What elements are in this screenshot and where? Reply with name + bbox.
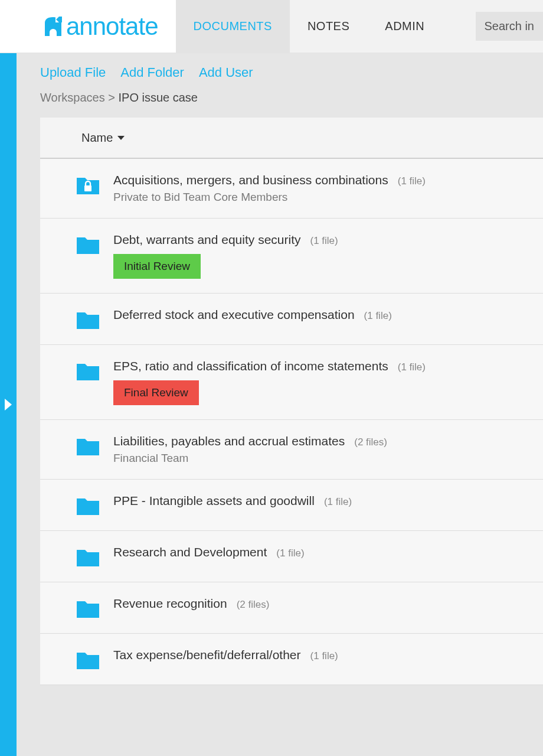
add-user-link[interactable]: Add User — [199, 65, 253, 80]
folder-row[interactable]: Research and Development(1 file) — [40, 531, 543, 582]
folder-title: Acquisitions, mergers, and business comb… — [113, 173, 388, 187]
folder-icon — [76, 495, 100, 516]
tab-admin[interactable]: ADMIN — [367, 0, 442, 53]
folder-row[interactable]: PPE - Intangible assets and goodwill(1 f… — [40, 480, 543, 531]
file-count: (1 file) — [324, 496, 352, 508]
tab-documents[interactable]: DOCUMENTS — [176, 0, 290, 53]
file-count: (2 files) — [237, 599, 270, 611]
folder-row[interactable]: Tax expense/benefit/deferral/other(1 fil… — [40, 634, 543, 685]
folder-icon — [76, 234, 100, 255]
folder-row[interactable]: Debt, warrants and equity security(1 fil… — [40, 219, 543, 294]
folder-title-line: Revenue recognition(2 files) — [113, 597, 269, 611]
tab-notes[interactable]: NOTES — [290, 0, 367, 53]
topbar: annotate DOCUMENTS NOTES ADMIN Search in — [0, 0, 543, 53]
folder-title-line: PPE - Intangible assets and goodwill(1 f… — [113, 494, 352, 508]
folder-title: Research and Development — [113, 545, 267, 559]
locked-folder-icon — [76, 174, 100, 195]
folder-row-body: Tax expense/benefit/deferral/other(1 fil… — [113, 648, 338, 662]
folder-row-body: Debt, warrants and equity security(1 fil… — [113, 233, 338, 279]
breadcrumb-sep: > — [108, 91, 115, 104]
folder-row-body: EPS, ratio and classification of income … — [113, 359, 426, 405]
folder-table: Name Acquisitions, mergers, and business… — [40, 118, 543, 685]
folder-title: EPS, ratio and classification of income … — [113, 359, 388, 373]
folder-title: Debt, warrants and equity security — [113, 233, 300, 247]
file-count: (1 file) — [398, 361, 426, 373]
folder-icon — [76, 546, 100, 568]
svg-rect-3 — [84, 185, 91, 191]
folder-title: Revenue recognition — [113, 597, 227, 611]
logo-icon — [41, 15, 65, 38]
main-content: Upload File Add Folder Add User Workspac… — [17, 53, 543, 756]
status-tag: Final Review — [113, 380, 199, 405]
status-tag: Initial Review — [113, 254, 201, 279]
folder-title-line: Acquisitions, mergers, and business comb… — [113, 173, 426, 187]
folder-title-line: Liabilities, payables and accrual estima… — [113, 434, 387, 448]
left-rail — [0, 53, 17, 756]
table-header: Name — [40, 118, 543, 159]
chevron-down-icon — [117, 136, 125, 140]
folder-row[interactable]: Acquisitions, mergers, and business comb… — [40, 159, 543, 219]
folder-title-line: Research and Development(1 file) — [113, 545, 305, 559]
expand-sidebar-icon[interactable] — [5, 399, 12, 410]
file-count: (1 file) — [398, 175, 426, 187]
breadcrumb-current: IPO issue case — [118, 91, 198, 104]
breadcrumb: Workspaces > IPO issue case — [40, 91, 543, 105]
folder-title: Deferred stock and executive compensatio… — [113, 308, 355, 322]
file-count: (1 file) — [364, 310, 392, 322]
folder-row[interactable]: Liabilities, payables and accrual estima… — [40, 420, 543, 480]
folder-title-line: Tax expense/benefit/deferral/other(1 fil… — [113, 648, 338, 662]
folder-title-line: Debt, warrants and equity security(1 fil… — [113, 233, 338, 247]
breadcrumb-root[interactable]: Workspaces — [40, 91, 105, 104]
folder-row-body: Revenue recognition(2 files) — [113, 597, 269, 611]
folder-row[interactable]: Revenue recognition(2 files) — [40, 582, 543, 634]
folder-title: PPE - Intangible assets and goodwill — [113, 494, 315, 508]
file-count: (1 file) — [310, 235, 338, 247]
folder-title-line: EPS, ratio and classification of income … — [113, 359, 426, 373]
folder-subtitle: Private to Bid Team Core Members — [113, 191, 426, 204]
brand-text: annotate — [66, 12, 158, 41]
folder-icon — [76, 360, 100, 382]
search-placeholder: Search in — [485, 19, 535, 33]
folder-title: Liabilities, payables and accrual estima… — [113, 434, 345, 448]
folder-title-line: Deferred stock and executive compensatio… — [113, 308, 392, 322]
folder-row[interactable]: Deferred stock and executive compensatio… — [40, 294, 543, 345]
column-name-sort[interactable]: Name — [81, 131, 125, 145]
folder-icon — [76, 435, 100, 457]
folder-subtitle: Financial Team — [113, 452, 387, 465]
nav: DOCUMENTS NOTES ADMIN — [176, 0, 464, 53]
folder-icon — [76, 309, 100, 330]
folder-icon — [76, 649, 100, 670]
folder-row-body: Deferred stock and executive compensatio… — [113, 308, 392, 322]
folder-row-body: Acquisitions, mergers, and business comb… — [113, 173, 426, 204]
folder-title: Tax expense/benefit/deferral/other — [113, 648, 301, 662]
file-count: (1 file) — [310, 650, 338, 662]
upload-file-link[interactable]: Upload File — [40, 65, 106, 80]
action-links: Upload File Add Folder Add User — [40, 65, 543, 80]
file-count: (2 files) — [354, 436, 387, 448]
folder-row-body: Liabilities, payables and accrual estima… — [113, 434, 387, 465]
column-name-label: Name — [81, 131, 113, 145]
folder-row-body: PPE - Intangible assets and goodwill(1 f… — [113, 494, 352, 508]
add-folder-link[interactable]: Add Folder — [120, 65, 184, 80]
folder-row[interactable]: EPS, ratio and classification of income … — [40, 345, 543, 420]
folder-row-body: Research and Development(1 file) — [113, 545, 305, 559]
file-count: (1 file) — [276, 548, 304, 559]
folder-icon — [76, 598, 100, 619]
brand-logo[interactable]: annotate — [0, 0, 176, 53]
search-input[interactable]: Search in — [476, 12, 544, 41]
